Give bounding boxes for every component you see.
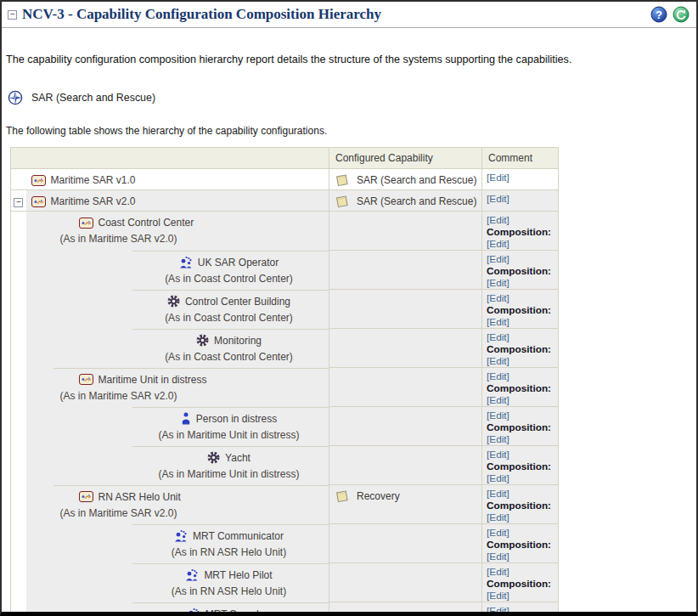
edit-link[interactable]: [Edit]	[487, 355, 558, 367]
composition-label: Composition:	[487, 226, 558, 238]
report-body: The capability configuration composition…	[2, 54, 696, 616]
composition-label: Composition:	[487, 461, 558, 472]
gear-icon	[167, 295, 180, 308]
comment-cell: [Edit]Composition:[Edit]	[482, 485, 559, 524]
composition-label: Composition:	[487, 421, 558, 433]
configuration-icon	[79, 218, 93, 229]
configuration-icon	[31, 196, 46, 207]
comment-cell: [Edit]	[482, 169, 559, 190]
table-row: − Maritime SAR v2.0 SAR (Search and Resc…	[11, 190, 559, 212]
edit-link[interactable]: [Edit]	[487, 511, 558, 523]
configuration-icon	[79, 374, 93, 385]
as-in-label: (As in Coast Control Center)	[132, 350, 326, 364]
collapse-section-toggle[interactable]: −	[8, 10, 17, 20]
table-row: MRT Searcher (As in RN ASR Helo Unit) [E…	[11, 602, 559, 616]
as-in-label: (As in RN ASR Helo Unit)	[132, 545, 326, 559]
comment-cell: [Edit]Composition:[Edit]	[482, 251, 559, 290]
edit-link[interactable]: [Edit]	[487, 449, 558, 461]
composition-label: Composition:	[487, 578, 558, 590]
title-bar: − NCV-3 - Capability Configuration Compo…	[2, 2, 696, 28]
table-row: Maritime SAR v1.0 SAR (Search and Rescue…	[11, 169, 559, 190]
config-name: Person in distress	[196, 412, 277, 426]
edit-link[interactable]: [Edit]	[487, 253, 558, 265]
config-name: MRT Helo Pilot	[204, 568, 272, 582]
hierarchy-table-body: Maritime SAR v1.0 SAR (Search and Rescue…	[11, 169, 559, 616]
gear-icon	[207, 451, 220, 464]
edit-link[interactable]: [Edit]	[487, 292, 558, 304]
comment-cell: [Edit]Composition:[Edit]	[482, 446, 559, 485]
composition-label: Composition:	[487, 343, 558, 355]
composition-label: Composition:	[487, 304, 558, 316]
capability-note-icon	[335, 173, 349, 187]
edit-link[interactable]: [Edit]	[487, 472, 558, 484]
row-divider	[132, 563, 329, 564]
row-divider	[132, 524, 329, 525]
gear-icon	[196, 334, 209, 347]
edit-link[interactable]: [Edit]	[487, 410, 558, 421]
capability-note-icon	[335, 489, 349, 503]
edit-link[interactable]: [Edit]	[487, 527, 558, 539]
comment-cell: [Edit]Composition:[Edit]	[482, 212, 559, 251]
capability-label: SAR (Search and Rescue)	[357, 174, 476, 187]
comment-cell: [Edit]Composition:[Edit]	[482, 290, 559, 329]
intro-text: The capability configuration composition…	[6, 54, 692, 65]
config-name: Control Center Building	[185, 295, 290, 308]
edit-link[interactable]: [Edit]	[487, 394, 558, 406]
edit-link[interactable]: [Edit]	[487, 331, 558, 343]
config-name: Maritime Unit in distress	[99, 373, 207, 387]
edit-link[interactable]: [Edit]	[487, 370, 558, 382]
as-in-label: (As in Maritime SAR v2.0)	[26, 506, 329, 520]
table-header-row: Configured Capability Comment	[11, 148, 559, 169]
help-icon[interactable]: ?	[650, 6, 667, 23]
table-row: Maritime Unit in distress (As in Maritim…	[11, 368, 559, 407]
config-name: Yacht	[225, 451, 250, 465]
hierarchy-table: Configured Capability Comment Maritime S…	[10, 147, 559, 616]
composition-label: Composition:	[487, 500, 558, 511]
table-row: MRT Communicator (As in RN ASR Helo Unit…	[11, 524, 559, 563]
table-row: MRT Helo Pilot (As in RN ASR Helo Unit) …	[11, 563, 559, 602]
edit-link[interactable]: [Edit]	[487, 238, 558, 250]
configuration-icon	[31, 175, 46, 186]
edit-link[interactable]: [Edit]	[487, 488, 558, 500]
table-row: Person in distress (As in Maritime Unit …	[11, 407, 559, 446]
column-header-comment: Comment	[482, 148, 559, 169]
composition-label: Composition:	[487, 382, 558, 394]
config-name: RN ASR Helo Unit	[99, 490, 181, 504]
row-divider	[53, 368, 329, 369]
config-name: Maritime SAR v1.0	[51, 173, 136, 187]
edit-link[interactable]: [Edit]	[487, 566, 558, 578]
table-row: Yacht (As in Maritime Unit in distress) …	[11, 446, 559, 485]
edit-link[interactable]: [Edit]	[487, 193, 558, 205]
row-divider	[132, 602, 329, 603]
report-window: − NCV-3 - Capability Configuration Compo…	[0, 0, 698, 616]
as-in-label: (As in Maritime SAR v2.0)	[26, 232, 329, 246]
table-row: UK SAR Operator (As in Coast Control Cen…	[11, 251, 559, 290]
edit-link[interactable]: [Edit]	[487, 433, 558, 445]
edit-link[interactable]: [Edit]	[487, 277, 558, 289]
table-intro: The following table shows the hierarchy …	[6, 125, 692, 137]
edit-link[interactable]: [Edit]	[487, 551, 558, 562]
edit-link[interactable]: [Edit]	[487, 172, 558, 184]
config-name: MRT Searcher	[205, 608, 272, 616]
table-row: Control Center Building (As in Coast Con…	[11, 290, 559, 329]
compass-icon	[8, 90, 23, 105]
comment-cell: [Edit]Composition:[Edit]	[482, 602, 559, 616]
edit-link[interactable]: [Edit]	[487, 214, 558, 226]
refresh-icon[interactable]	[673, 6, 690, 23]
table-row: Coast Control Center (As in Maritime SAR…	[11, 212, 559, 251]
comment-cell: [Edit]Composition:[Edit]	[482, 524, 559, 563]
capability-label: Recovery	[357, 490, 400, 503]
capability-context: SAR (Search and Rescue)	[8, 90, 692, 105]
as-in-label: (As in Maritime Unit in distress)	[132, 428, 326, 442]
row-divider	[132, 290, 329, 291]
as-in-label: (As in Coast Control Center)	[132, 272, 326, 285]
config-name: Maritime SAR v2.0	[51, 195, 136, 208]
as-in-label: (As in Maritime Unit in distress)	[132, 467, 326, 481]
collapse-row-toggle[interactable]: −	[14, 198, 23, 207]
edit-link[interactable]: [Edit]	[487, 605, 558, 616]
edit-link[interactable]: [Edit]	[487, 316, 558, 328]
edit-link[interactable]: [Edit]	[487, 590, 558, 602]
capability-context-label: SAR (Search and Rescue)	[31, 92, 155, 104]
row-divider	[132, 329, 329, 330]
column-header-configured-capability: Configured Capability	[329, 148, 482, 169]
